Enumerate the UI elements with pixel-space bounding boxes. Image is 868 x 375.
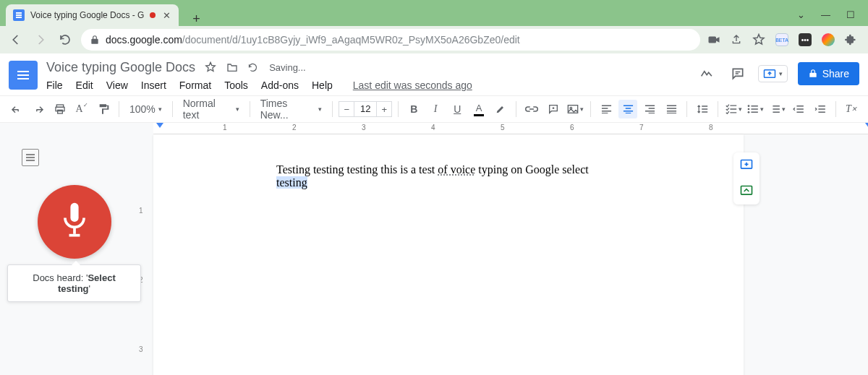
document-title[interactable]: Voice typing Google Docs — [46, 60, 195, 75]
tab-title: Voice typing Google Docs - G — [30, 10, 144, 20]
bulleted-list-button[interactable]: ▾ — [746, 100, 765, 118]
extension-beta-icon[interactable]: BETA — [775, 33, 788, 46]
print-button[interactable] — [51, 100, 69, 118]
svg-point-9 — [747, 111, 749, 113]
insert-link-button[interactable] — [522, 100, 541, 118]
document-outline-button[interactable] — [22, 149, 39, 166]
menu-file[interactable]: File — [46, 79, 63, 91]
underline-button[interactable]: U — [448, 100, 467, 118]
increase-font-size-button[interactable]: + — [376, 101, 392, 117]
last-edit-link[interactable]: Last edit was seconds ago — [353, 79, 472, 91]
bookmark-star-icon[interactable] — [752, 33, 765, 46]
paragraph-style-select[interactable]: Normal text▾ — [179, 98, 244, 121]
highlight-color-button[interactable] — [491, 100, 510, 118]
menu-insert[interactable]: Insert — [141, 79, 166, 91]
saving-status: Saving... — [269, 62, 306, 73]
side-comment-tools — [733, 152, 760, 204]
menu-format[interactable]: Format — [179, 79, 211, 91]
browser-tab[interactable]: Voice typing Google Docs - G ✕ — [6, 4, 179, 26]
spellcheck-button[interactable]: A✓ — [72, 100, 91, 118]
ruler-tick: 2 — [292, 124, 297, 132]
reload-button[interactable] — [56, 31, 74, 48]
vertical-ruler[interactable]: 1 2 3 — [145, 134, 153, 375]
clear-formatting-button[interactable]: T✕ — [842, 100, 861, 118]
redo-button[interactable] — [29, 100, 48, 118]
maximize-window-button[interactable]: ☐ — [846, 9, 855, 20]
numbered-list-button[interactable]: ▾ — [767, 100, 786, 118]
bold-button[interactable]: B — [404, 100, 423, 118]
new-tab-button[interactable]: + — [189, 12, 203, 26]
checklist-button[interactable]: ▾ — [724, 100, 743, 118]
share-page-icon[interactable] — [731, 34, 742, 46]
suggest-edits-button[interactable] — [733, 178, 760, 204]
extensions-menu-icon[interactable] — [845, 34, 856, 46]
extension-icon-1[interactable]: ••• — [799, 33, 812, 46]
insert-image-button[interactable]: ▾ — [566, 100, 584, 118]
recording-indicator-icon — [150, 12, 156, 18]
share-button[interactable]: Share — [798, 62, 859, 85]
add-comment-button[interactable] — [733, 152, 760, 178]
italic-button[interactable]: I — [426, 100, 445, 118]
right-indent-marker-icon[interactable] — [865, 123, 868, 128]
align-right-button[interactable] — [640, 100, 659, 118]
menu-help[interactable]: Help — [312, 79, 333, 91]
ruler-tick: 3 — [362, 124, 366, 132]
font-size-input[interactable]: 12 — [354, 101, 376, 117]
ruler-tick: 4 — [431, 124, 435, 132]
camera-icon[interactable] — [707, 35, 720, 45]
comments-icon[interactable] — [728, 64, 748, 84]
ruler-tick: 1 — [223, 124, 227, 132]
svg-rect-5 — [568, 105, 577, 113]
align-justify-button[interactable] — [662, 100, 681, 118]
share-label: Share — [822, 68, 849, 79]
insert-comment-button[interactable] — [544, 100, 563, 118]
star-document-button[interactable] — [204, 61, 217, 73]
align-center-button[interactable] — [618, 100, 637, 118]
back-button[interactable] — [7, 31, 25, 48]
google-docs-logo-icon[interactable] — [9, 61, 38, 90]
format-toolbar: A✓ 100%▾ Normal text▾ Times New...▾ − 12… — [0, 95, 868, 123]
paint-format-button[interactable] — [94, 100, 113, 118]
menu-view[interactable]: View — [106, 79, 128, 91]
line-spacing-button[interactable] — [693, 100, 712, 118]
menu-bar: File Edit View Insert Format Tools Add-o… — [46, 75, 689, 95]
close-tab-button[interactable]: ✕ — [161, 10, 171, 20]
saving-spinner-icon — [247, 62, 260, 73]
zoom-select[interactable]: 100%▾ — [125, 103, 166, 115]
svg-point-8 — [747, 108, 749, 111]
ruler-tick: 5 — [501, 124, 505, 132]
url-text: docs.google.com/document/d/1uy1cB8Gyjy_i… — [106, 34, 520, 46]
voice-typing-mic-button[interactable] — [38, 185, 111, 259]
horizontal-ruler[interactable]: 1 2 3 4 5 6 7 8 — [153, 123, 868, 134]
address-bar[interactable]: docs.google.com/document/d/1uy1cB8Gyjy_i… — [81, 29, 700, 51]
present-button[interactable]: ▾ — [758, 65, 788, 82]
forward-button[interactable] — [32, 31, 49, 48]
menu-tools[interactable]: Tools — [224, 79, 248, 91]
activity-icon[interactable] — [697, 64, 718, 84]
text-color-button[interactable]: A — [469, 100, 488, 118]
lock-icon — [90, 35, 100, 45]
document-body-text[interactable]: Testing testing testing this is a test o… — [276, 163, 621, 189]
chevron-down-icon[interactable]: ⌄ — [797, 9, 805, 20]
font-family-select[interactable]: Times New...▾ — [256, 98, 327, 121]
undo-button[interactable] — [7, 100, 26, 118]
voice-heard-tooltip: Docs heard: 'Select testing' — [7, 264, 141, 302]
ruler-tick: 8 — [709, 124, 713, 132]
extension-icon-2[interactable] — [822, 33, 835, 46]
align-left-button[interactable] — [597, 100, 616, 118]
microphone-icon — [58, 202, 91, 242]
svg-rect-11 — [741, 186, 752, 195]
minimize-window-button[interactable]: — — [821, 9, 830, 20]
decrease-font-size-button[interactable]: − — [339, 101, 354, 117]
selected-text: testing — [276, 176, 307, 189]
svg-point-7 — [747, 105, 749, 107]
document-page[interactable]: Testing testing testing this is a test o… — [153, 134, 744, 375]
ruler-tick: 6 — [570, 124, 574, 132]
menu-addons[interactable]: Add-ons — [261, 79, 299, 91]
decrease-indent-button[interactable] — [789, 100, 808, 118]
move-document-button[interactable] — [226, 62, 239, 72]
increase-indent-button[interactable] — [811, 100, 830, 118]
docs-favicon-icon — [13, 9, 25, 21]
menu-edit[interactable]: Edit — [76, 79, 93, 91]
ruler-tick: 7 — [639, 124, 644, 132]
